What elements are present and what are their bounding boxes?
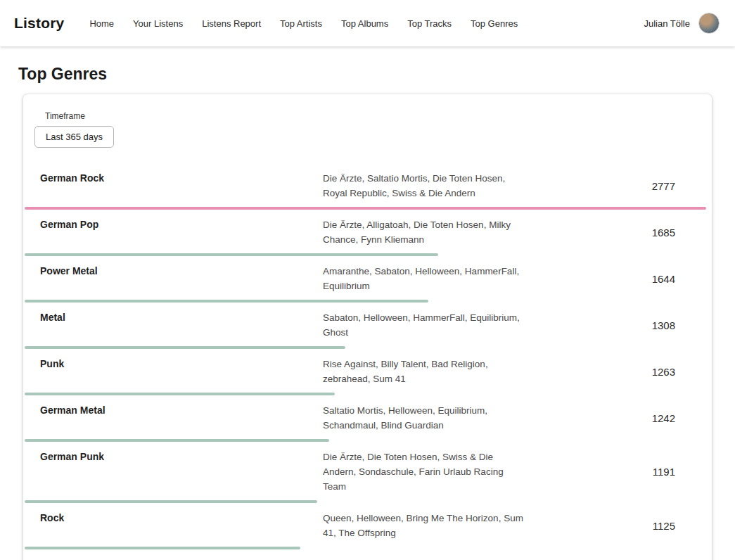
genre-name: Power Metal (23, 264, 323, 276)
genre-artists: Sabaton, Helloween, HammerFall, Equilibr… (323, 310, 545, 340)
top-navigation-bar: Listory HomeYour ListensListens ReportTo… (0, 0, 735, 46)
nav-item-top-artists[interactable]: Top Artists (280, 18, 322, 29)
genre-name: German Rock (23, 171, 323, 184)
genre-row: German Rock Die Ärzte, Saltatio Mortis, … (23, 163, 712, 210)
genre-name: Metal (23, 310, 323, 323)
genre-row: German Punk Die Ärzte, Die Toten Hosen, … (23, 442, 712, 503)
timeframe-filter: Timeframe Last 365 days (23, 103, 712, 159)
genre-row: Punk Rise Against, Billy Talent, Bad Rel… (23, 349, 712, 395)
genre-name: German Metal (23, 403, 323, 416)
genre-count: 1242 (545, 412, 712, 424)
genre-artists: Die Ärzte, Alligatoah, Die Toten Hosen, … (323, 217, 545, 247)
genre-row: Medieval Rock Saltatio Mortis, Feuerschw… (23, 549, 712, 560)
genre-name: Medieval Rock (23, 557, 323, 560)
genre-name: Punk (23, 357, 323, 369)
genre-name: Rock (23, 511, 323, 523)
nav-item-top-tracks[interactable]: Top Tracks (407, 18, 452, 29)
genre-row: Power Metal Amaranthe, Sabaton, Hellowee… (23, 256, 712, 303)
genre-row: German Metal Saltatio Mortis, Helloween,… (23, 395, 712, 442)
genre-artists: Amaranthe, Sabaton, Helloween, HammerFal… (323, 264, 545, 293)
page-title: Top Genres (18, 65, 735, 84)
user-avatar[interactable] (698, 13, 720, 34)
genre-artists: Rise Against, Billy Talent, Bad Religion… (323, 357, 545, 386)
genre-count: 1125 (545, 520, 712, 532)
genre-artists: Queen, Helloween, Bring Me The Horizon, … (323, 511, 545, 540)
genre-count: 1685 (545, 227, 712, 238)
genre-count: 1644 (545, 273, 712, 285)
genre-name: German Punk (23, 450, 323, 462)
genre-table: German Rock Die Ärzte, Saltatio Mortis, … (23, 163, 712, 560)
timeframe-select-button[interactable]: Last 365 days (34, 126, 114, 148)
genre-artists: Die Ärzte, Die Toten Hosen, Swiss & Die … (323, 450, 545, 494)
genre-count: 1263 (545, 366, 712, 378)
nav-item-home[interactable]: Home (89, 18, 114, 29)
top-genres-card: Timeframe Last 365 days German Rock Die … (23, 94, 712, 560)
genre-artists: Saltatio Mortis, Helloween, Equilibrium,… (323, 403, 545, 433)
genre-count: 1308 (545, 319, 712, 331)
genre-row: Rock Queen, Helloween, Bring Me The Hori… (23, 503, 712, 549)
genre-artists: Die Ärzte, Saltatio Mortis, Die Toten Ho… (323, 171, 545, 201)
nav-links: HomeYour ListensListens ReportTop Artist… (89, 18, 537, 29)
nav-item-top-albums[interactable]: Top Albums (341, 18, 388, 29)
nav-item-top-genres[interactable]: Top Genres (471, 18, 518, 29)
genre-name: German Pop (23, 217, 323, 230)
genre-artists: Saltatio Mortis, Feuerschwanz, Schandmau… (323, 557, 545, 560)
nav-item-your-listens[interactable]: Your Listens (133, 18, 183, 29)
genre-count: 2777 (545, 180, 712, 192)
genre-count: 1191 (545, 466, 712, 478)
app-logo[interactable]: Listory (14, 15, 64, 32)
user-name[interactable]: Julian Tölle (644, 18, 690, 29)
genre-row: German Pop Die Ärzte, Alligatoah, Die To… (23, 210, 712, 256)
nav-item-listens-report[interactable]: Listens Report (202, 18, 261, 29)
timeframe-label: Timeframe (45, 111, 701, 121)
genre-row: Metal Sabaton, Helloween, HammerFall, Eq… (23, 303, 712, 349)
